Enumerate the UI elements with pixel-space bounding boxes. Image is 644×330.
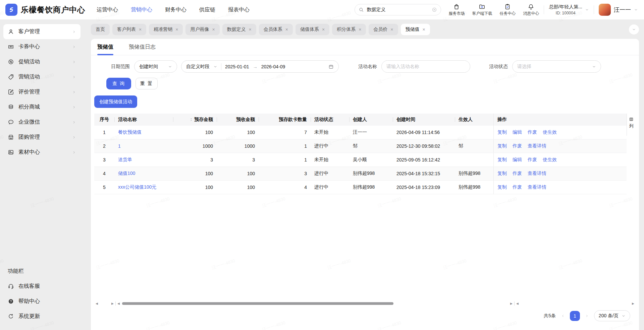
workspace-tab[interactable]: 数据定义× (222, 24, 256, 35)
sidebar-item[interactable]: 素材中心 (3, 145, 80, 160)
workspace-tab[interactable]: 首页 (91, 24, 110, 35)
cell-prestore-amount: 100 (173, 167, 217, 180)
scroll-right-icon[interactable]: ▶ (509, 301, 514, 306)
sidebar-item[interactable]: 评价管理 (3, 84, 80, 100)
page-tab[interactable]: 预储值 (97, 39, 113, 55)
workspace-tab[interactable]: 用户画像× (185, 24, 219, 35)
row-action-link[interactable]: 复制 (497, 129, 507, 135)
top-nav-item[interactable]: 财务中心 (165, 6, 186, 13)
sidebar-item[interactable]: 企业微信 (3, 115, 80, 130)
search-button[interactable]: 查 询 (106, 78, 131, 89)
activity-status-select[interactable]: 请选择 (512, 60, 601, 73)
close-icon[interactable]: × (359, 27, 361, 32)
global-search[interactable]: 数据定义 (355, 4, 441, 15)
scroll-left-icon[interactable]: ◀ (116, 301, 121, 306)
close-icon[interactable]: × (249, 27, 252, 32)
date-start-value[interactable]: 2025-01-01 (225, 64, 249, 69)
date-type-select[interactable]: 创建时间 (134, 60, 177, 73)
sidebar-item[interactable]: 促销活动 (3, 54, 80, 69)
activity-name-link[interactable]: 1 (118, 143, 121, 149)
page-size-select[interactable]: 200 条/页 (594, 310, 630, 321)
row-action-link[interactable]: 查看详情 (528, 143, 546, 149)
column-settings-button[interactable]: 列 (627, 114, 636, 136)
workspace-tab[interactable]: 精准营销× (149, 24, 183, 35)
sidebar-footer-item[interactable]: 系统更新 (3, 309, 80, 324)
workspace-tab[interactable]: 会员价× (369, 24, 398, 35)
chevron-right-icon (72, 105, 76, 109)
activity-name-input[interactable]: 请输入活动名称 (381, 60, 470, 73)
top-nav-item[interactable]: 供应链 (199, 6, 215, 13)
date-range-picker[interactable]: 自定义时段 2025-01-01 → 2026-04-09 (181, 60, 339, 73)
top-nav-item[interactable]: 报表中心 (228, 6, 250, 13)
org-switcher[interactable]: 总部/年轻人第... ID: 100004 (549, 4, 589, 15)
scroll-left-icon[interactable]: ◀ (94, 301, 99, 306)
close-icon[interactable]: × (390, 27, 393, 32)
activity-name-link[interactable]: 餐饮预储值 (118, 129, 142, 135)
sidebar-item[interactable]: 团购管理 (3, 130, 80, 145)
row-action-link[interactable]: 作废 (513, 184, 522, 190)
close-icon[interactable]: × (212, 27, 215, 32)
row-action-link[interactable]: 复制 (497, 171, 507, 177)
workspace-tab[interactable]: 客户列表× (112, 24, 146, 35)
workspace-tab[interactable]: 储值体系× (296, 24, 329, 35)
close-icon[interactable]: × (139, 27, 142, 32)
row-action-link[interactable]: 复制 (497, 143, 507, 149)
sidebar-item[interactable]: 卡券中心 (3, 39, 80, 54)
top-nav-item[interactable]: 运营中心 (97, 6, 118, 13)
date-end-value[interactable]: 2026-04-09 (261, 64, 285, 69)
quick-action[interactable]: 服务市场 (448, 3, 465, 16)
scrollbar-thumb[interactable] (122, 302, 393, 305)
workspace-tab[interactable]: 预储值× (401, 24, 430, 35)
quick-action[interactable]: 消息中心 (523, 3, 539, 16)
scroll-right-icon[interactable]: ▶ (631, 301, 636, 306)
chevron-down-icon (632, 27, 636, 31)
top-nav-item[interactable]: 营销中心 (131, 6, 152, 13)
page-tab[interactable]: 预储值日志 (129, 39, 156, 55)
row-action-link[interactable]: 编辑 (513, 157, 522, 163)
row-action-link[interactable]: 编辑 (513, 129, 522, 135)
close-icon[interactable]: × (423, 27, 425, 32)
sidebar-item[interactable]: 积分商城 (3, 100, 80, 115)
clear-icon[interactable] (432, 7, 437, 12)
quick-action[interactable]: 客户端下载 (472, 3, 492, 16)
chevron-right-icon (72, 45, 76, 49)
scroll-left-icon[interactable]: ◀ (515, 301, 520, 306)
activity-name-link[interactable]: 送货单 (118, 157, 132, 163)
row-action-link[interactable]: 作废 (528, 157, 537, 163)
table-row: 5 xxx公司储值100元 100 100 4 进行中 别伟超998 2025-… (94, 181, 627, 194)
sidebar-item[interactable]: 营销活动 (3, 69, 80, 84)
next-page-icon[interactable] (585, 314, 589, 318)
row-action-link[interactable]: 使生效 (543, 157, 557, 163)
sidebar-footer-item[interactable]: 在线客服 (3, 279, 80, 294)
user-menu[interactable]: 汪一一 (599, 4, 638, 16)
close-icon[interactable]: × (322, 27, 325, 32)
row-action-link[interactable]: 作废 (513, 143, 522, 149)
reset-button[interactable]: 重 置 (136, 78, 158, 89)
row-action-link[interactable]: 作废 (513, 171, 522, 177)
close-icon[interactable]: × (175, 27, 178, 32)
activity-name-link[interactable]: xxx公司储值100元 (118, 184, 156, 190)
search-input[interactable]: 数据定义 (367, 7, 429, 13)
tabs-more-button[interactable] (629, 24, 639, 35)
scroll-right-icon[interactable]: ▶ (110, 301, 115, 306)
row-action-link[interactable]: 作废 (528, 129, 537, 135)
prev-page-icon[interactable] (561, 314, 565, 318)
workspace-tab[interactable]: 会员体系× (259, 24, 293, 35)
help-icon (8, 298, 14, 305)
app-header: 乐檬餐饮商户中心 运营中心营销中心财务中心供应链报表中心 数据定义 服务市场客户… (0, 0, 644, 19)
row-action-link[interactable]: 复制 (497, 157, 507, 163)
row-action-link[interactable]: 查看详情 (528, 171, 546, 177)
row-action-link[interactable]: 使生效 (543, 129, 557, 135)
create-prestore-activity-button[interactable]: 创建预储值活动 (94, 95, 137, 108)
row-action-link[interactable]: 复制 (497, 184, 507, 190)
sidebar-item[interactable]: 客户管理 (3, 24, 80, 39)
close-icon[interactable]: × (285, 27, 288, 32)
workspace-tab[interactable]: 积分体系× (332, 24, 366, 35)
quick-action[interactable]: 任务中心 (499, 3, 516, 16)
table-header-cell[interactable]: 预存金额 (173, 114, 217, 126)
page-number-button[interactable]: 1 (570, 311, 580, 321)
activity-name-link[interactable]: 储值100 (118, 171, 135, 177)
row-action-link[interactable]: 查看详情 (528, 184, 546, 190)
sidebar-footer-item[interactable]: 帮助中心 (3, 294, 80, 309)
app-logo[interactable]: 乐檬餐饮商户中心 (5, 4, 85, 16)
